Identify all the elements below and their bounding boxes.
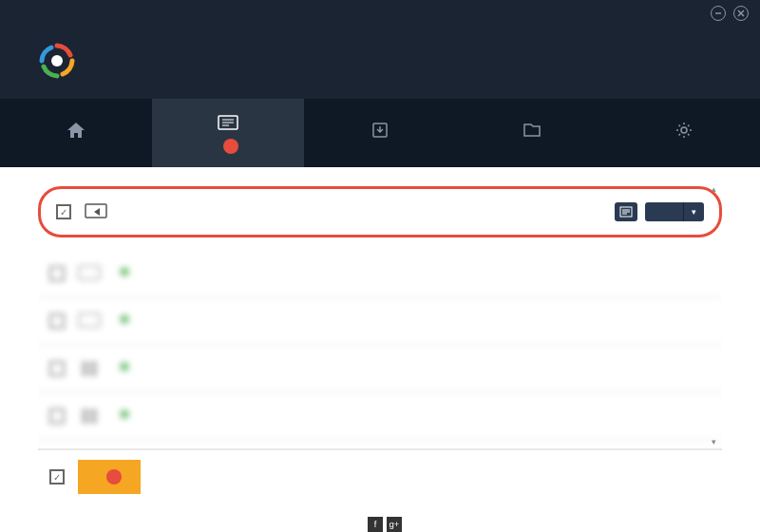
download-count-badge	[106, 469, 122, 484]
nav-settings[interactable]	[608, 99, 760, 167]
svg-rect-17	[79, 314, 100, 327]
titlebar	[0, 0, 760, 27]
driver-row-highlighted: ✓ ▾	[38, 186, 722, 238]
svg-rect-16	[79, 266, 100, 279]
driver-name	[114, 408, 697, 422]
update-count-badge	[223, 139, 238, 154]
status-dot-ok-icon	[120, 409, 129, 419]
driver-checkbox[interactable]: ✓	[56, 204, 71, 219]
windows-icon	[78, 359, 101, 378]
status-dot-ok-icon	[120, 267, 129, 276]
restore-icon	[522, 120, 542, 141]
monitor-icon	[78, 264, 101, 283]
update-button-label	[645, 207, 683, 217]
status-dot-ok-icon	[120, 314, 129, 324]
windows-icon	[78, 407, 101, 426]
svg-point-9	[681, 127, 687, 133]
driver-row	[38, 393, 722, 441]
status-dot-ok-icon	[120, 362, 129, 371]
monitor-icon	[85, 202, 107, 221]
backup-icon	[370, 120, 390, 141]
nav-home[interactable]	[0, 99, 152, 167]
svg-rect-23	[90, 409, 97, 415]
gear-icon	[674, 120, 694, 141]
content-area: ✓ ▾	[0, 167, 760, 509]
driver-name	[114, 314, 711, 327]
driver-checkbox[interactable]	[49, 408, 65, 424]
driver-row	[38, 346, 722, 393]
svg-rect-21	[90, 370, 97, 375]
svg-rect-25	[90, 417, 97, 423]
app-logo-icon	[38, 42, 76, 80]
driver-list: ✓ ▾	[38, 182, 722, 448]
driver-checkbox[interactable]	[49, 266, 65, 281]
svg-rect-22	[82, 409, 88, 415]
nav-backup[interactable]	[304, 99, 456, 167]
driver-checkbox[interactable]	[49, 314, 65, 329]
app-footer: f g+	[0, 509, 760, 532]
close-button[interactable]	[733, 6, 749, 21]
scrollbar[interactable]: ▴ ▾	[707, 182, 720, 448]
brand-header	[0, 27, 760, 99]
driver-row	[38, 298, 722, 346]
svg-rect-19	[90, 362, 97, 368]
nav-driver-updates[interactable]	[152, 99, 304, 167]
minimize-button[interactable]	[711, 6, 726, 21]
svg-rect-24	[82, 417, 88, 423]
chevron-down-icon[interactable]: ▾	[683, 202, 704, 221]
action-footer: ✓	[38, 448, 722, 504]
driver-name	[114, 266, 711, 279]
scroll-down-icon[interactable]: ▾	[707, 435, 720, 448]
googleplus-icon[interactable]: g+	[387, 517, 402, 532]
driver-icon	[218, 112, 238, 133]
main-nav	[0, 99, 760, 167]
driver-name	[114, 361, 697, 374]
audio-icon	[78, 312, 101, 331]
driver-checkbox[interactable]	[49, 361, 65, 376]
driver-info-button[interactable]	[615, 202, 637, 221]
svg-point-3	[51, 55, 63, 66]
facebook-icon[interactable]: f	[368, 517, 383, 532]
download-install-button[interactable]	[78, 460, 141, 494]
svg-rect-18	[82, 362, 88, 368]
svg-rect-20	[82, 370, 88, 375]
update-button[interactable]: ▾	[645, 202, 704, 221]
home-icon	[66, 120, 86, 141]
select-all-checkbox[interactable]: ✓	[49, 469, 65, 484]
svg-marker-11	[94, 208, 100, 216]
driver-row	[38, 251, 722, 298]
scroll-up-icon[interactable]: ▴	[707, 182, 720, 196]
nav-restore[interactable]	[456, 99, 608, 167]
